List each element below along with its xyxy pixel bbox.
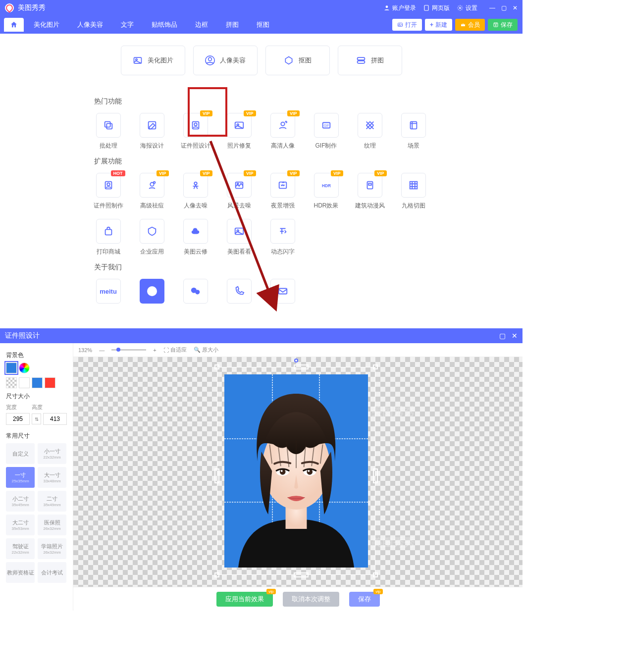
bg-swatch-blue[interactable] — [6, 362, 17, 373]
size-chip-11[interactable]: 会计考试 — [38, 562, 66, 583]
tile-icon — [140, 219, 164, 244]
bg-swatch-white[interactable] — [19, 377, 30, 388]
home-tab[interactable] — [4, 18, 24, 32]
tile-打印商城[interactable]: 打印商城 — [93, 219, 124, 256]
about-wechat[interactable] — [183, 279, 208, 304]
tile-九格切图[interactable]: 九格切图 — [398, 173, 429, 210]
tile-高级祛痘[interactable]: VIP高级祛痘 — [137, 173, 167, 210]
size-chip-2[interactable]: 一寸25x35mm — [6, 467, 35, 488]
big-card-beautify[interactable]: 美化图片 — [121, 46, 185, 75]
tile-纹理[interactable]: 纹理 — [355, 113, 385, 150]
tile-美图云修[interactable]: 美图云修 — [180, 219, 211, 256]
apply-button[interactable]: 应用当前效果 vip — [216, 592, 273, 607]
size-chip-9[interactable]: 学籍照片26x32mm — [38, 538, 66, 559]
original-size-button[interactable]: 🔍原大小 — [194, 346, 218, 354]
menu-2[interactable]: 文字 — [112, 16, 143, 34]
tile-icon — [183, 219, 208, 244]
settings-link[interactable]: 设置 — [457, 4, 477, 12]
fit-button[interactable]: ⛶自适应 — [163, 346, 187, 354]
tile-美图看看[interactable]: 美图看看 — [224, 219, 255, 256]
tile-动态闪字[interactable]: 动态闪字 — [267, 219, 298, 256]
tile-建筑动漫风[interactable]: VIP建筑动漫风 — [355, 173, 385, 210]
close-icon[interactable]: ✕ — [513, 4, 518, 11]
bg-swatch-transparent[interactable] — [6, 377, 17, 388]
web-version-link[interactable]: 网页版 — [423, 4, 450, 12]
tile-label: 批处理 — [100, 142, 117, 150]
maximize-icon[interactable]: ▢ — [501, 4, 507, 11]
size-chip-10[interactable]: 教师资格证 — [6, 562, 35, 583]
tile-高清人像[interactable]: VIP高清人像 — [267, 113, 298, 150]
tile-海报设计[interactable]: 海报设计 — [137, 113, 167, 150]
member-button[interactable]: 会员 — [455, 19, 485, 31]
badge: VIP — [244, 170, 256, 176]
minimize-icon[interactable]: — — [489, 4, 495, 11]
menu-0[interactable]: 美化图片 — [25, 16, 68, 34]
open-button[interactable]: 打开 — [392, 19, 422, 31]
new-button[interactable]: +新建 — [425, 19, 452, 31]
menu-6[interactable]: 抠图 — [248, 16, 278, 34]
zoom-in-icon[interactable]: + — [153, 347, 156, 353]
big-card-portrait[interactable]: 人像美容 — [193, 46, 258, 75]
bg-swatch-gradient[interactable] — [19, 362, 30, 373]
zoom-slider[interactable] — [111, 349, 146, 351]
width-input[interactable] — [6, 413, 30, 425]
save-photo-button[interactable]: 保存 vip — [349, 592, 380, 607]
size-chip-4[interactable]: 小二寸35x45mm — [6, 491, 35, 512]
tile-批处理[interactable]: 批处理 — [93, 113, 124, 150]
menu-4[interactable]: 边框 — [186, 16, 217, 34]
win2-restore-icon[interactable]: ▢ — [499, 332, 506, 340]
tile-GIF制作[interactable]: GIFGIF制作 — [311, 113, 342, 150]
tile-label: 场景 — [408, 142, 419, 150]
tile-人像去噪[interactable]: VIP人像去噪 — [180, 173, 211, 210]
svg-rect-11 — [357, 61, 365, 63]
tile-HDR效果[interactable]: HDRVIPHDR效果 — [311, 173, 342, 210]
bg-swatch-red[interactable] — [45, 377, 55, 388]
tile-企业应用[interactable]: 企业应用 — [137, 219, 167, 256]
badge: HOT — [111, 170, 125, 176]
tile-icon: VIP — [358, 173, 382, 198]
menu-1[interactable]: 人像美容 — [68, 16, 112, 34]
win2-close-icon[interactable]: ✕ — [512, 332, 518, 340]
tile-风景去噪[interactable]: VIP风景去噪 — [224, 173, 255, 210]
tile-icon: VIP — [270, 173, 295, 198]
size-chip-0[interactable]: 自定义 — [6, 443, 35, 464]
big-card-cutout[interactable]: 抠图 — [265, 46, 330, 75]
badge: VIP — [244, 110, 256, 116]
badge: VIP — [157, 170, 169, 176]
size-chip-5[interactable]: 二寸35x49mm — [38, 491, 66, 512]
big-card-collage[interactable]: 拼图 — [338, 46, 402, 75]
size-chip-8[interactable]: 驾驶证22x32mm — [6, 538, 35, 559]
bg-swatch-blue2[interactable] — [32, 377, 43, 388]
side-panel: 背景色 尺寸大小 宽度 高度 — [0, 343, 73, 611]
size-chip-6[interactable]: 大二寸35x53mm — [6, 515, 35, 535]
vip-badge: vip — [373, 589, 382, 594]
tile-icon — [140, 113, 164, 138]
link-wh-icon[interactable]: ⇅ — [32, 414, 41, 424]
about-logo[interactable] — [140, 279, 164, 304]
photo-selection-frame[interactable] — [217, 367, 375, 575]
save-button[interactable]: 保存 — [488, 19, 518, 31]
tile-夜景增强[interactable]: VIP夜景增强 — [267, 173, 298, 210]
rotate-handle[interactable] — [294, 359, 298, 362]
size-chip-3[interactable]: 大一寸33x48mm — [38, 467, 66, 488]
tile-icon — [270, 219, 295, 244]
tile-照片修复[interactable]: VIP照片修复 — [224, 113, 255, 150]
menu-5[interactable]: 拼图 — [217, 16, 248, 34]
tile-证件照制作[interactable]: HOT证件照制作 — [93, 173, 124, 210]
about-mail[interactable] — [270, 279, 295, 304]
tile-场景[interactable]: 场景 — [398, 113, 429, 150]
size-chip-7[interactable]: 医保照26x32mm — [38, 515, 66, 535]
menu-3[interactable]: 贴纸饰品 — [143, 16, 186, 34]
about-meitu[interactable]: meitu — [96, 279, 121, 304]
tile-证件照设计[interactable]: VIP证件照设计 — [180, 113, 211, 150]
height-input[interactable] — [43, 413, 67, 425]
login-link[interactable]: 账户登录 — [383, 4, 416, 12]
canvas[interactable]: 美图秀秀 美图秀秀 美图秀秀 美图秀秀 — [73, 357, 522, 587]
tile-icon: VIP — [227, 113, 252, 138]
zoom-out-icon[interactable]: — — [99, 347, 104, 353]
cancel-button[interactable]: 取消本次调整 — [283, 592, 339, 607]
svg-point-16 — [194, 123, 197, 126]
size-chip-1[interactable]: 小一寸22x32mm — [38, 443, 66, 464]
badge: VIP — [331, 170, 343, 176]
about-phone[interactable] — [227, 279, 252, 304]
